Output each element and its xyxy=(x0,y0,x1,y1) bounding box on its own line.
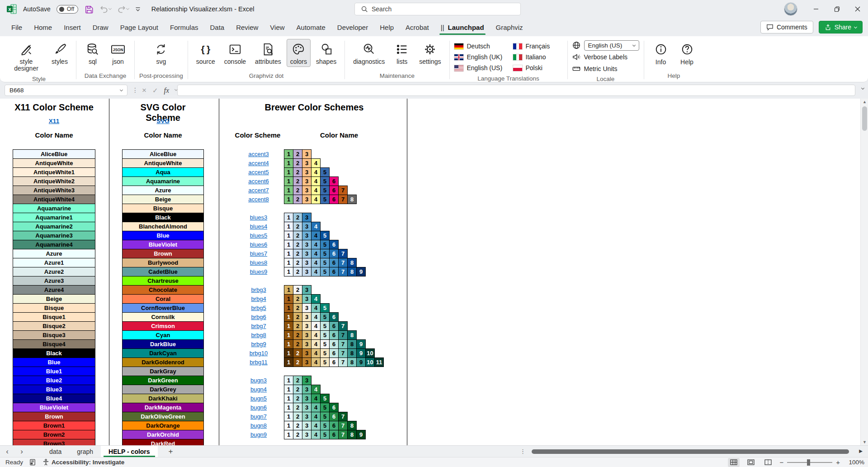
brewer-swatch-accent8-8[interactable]: 8 xyxy=(347,195,357,204)
brewer-swatch-bugn8-5[interactable]: 5 xyxy=(320,421,330,430)
brewer-swatch-blues4-2[interactable]: 2 xyxy=(293,222,302,231)
brewer-swatch-blues8-4[interactable]: 4 xyxy=(311,258,321,267)
ribbon-tab-insert[interactable]: Insert xyxy=(58,18,87,36)
color-cell-blanchedalmond[interactable]: BlanchedAlmond xyxy=(122,222,204,231)
brewer-swatch-blues4-3[interactable]: 3 xyxy=(302,222,311,231)
color-cell-blueviolet[interactable]: BlueViolet xyxy=(122,240,204,249)
color-cell-darkkhaki[interactable]: DarkKhaki xyxy=(122,394,204,403)
brewer-swatch-brbg6-4[interactable]: 4 xyxy=(311,312,321,322)
brewer-swatch-brbg9-6[interactable]: 6 xyxy=(329,339,339,349)
brewer-swatch-bugn5-4[interactable]: 4 xyxy=(311,394,321,403)
color-cell-darkred[interactable]: DarkRed xyxy=(122,439,204,445)
brewer-swatch-brbg8-4[interactable]: 4 xyxy=(311,330,321,340)
brewer-swatch-accent3-3[interactable]: 3 xyxy=(302,149,311,159)
brewer-swatch-brbg7-2[interactable]: 2 xyxy=(293,321,302,331)
redo-button[interactable] xyxy=(117,5,129,14)
ribbon-tab-acrobat[interactable]: Acrobat xyxy=(400,18,435,36)
brewer-swatch-accent8-1[interactable]: 1 xyxy=(284,195,293,204)
color-cell-azure3[interactable]: Azure3 xyxy=(13,276,95,286)
brewer-scheme-link-brbg7[interactable]: brbg7 xyxy=(235,323,282,329)
brewer-swatch-accent7-1[interactable]: 1 xyxy=(284,186,293,195)
language-button-english-us[interactable]: English (US) xyxy=(454,64,513,71)
brewer-swatch-brbg11-6[interactable]: 6 xyxy=(329,357,339,367)
brewer-swatch-brbg11-10[interactable]: 10 xyxy=(365,357,375,367)
brewer-swatch-brbg6-6[interactable]: 6 xyxy=(329,312,339,322)
language-button-fran-ais[interactable]: Français xyxy=(513,43,563,50)
language-button-english-uk[interactable]: English (UK) xyxy=(454,53,513,61)
brewer-swatch-accent6-6[interactable]: 6 xyxy=(329,176,339,186)
brewer-swatch-blues5-1[interactable]: 1 xyxy=(284,231,293,240)
color-cell-cadetblue[interactable]: CadetBlue xyxy=(122,267,204,276)
brewer-swatch-accent5-4[interactable]: 4 xyxy=(311,167,321,177)
brewer-swatch-bugn8-3[interactable]: 3 xyxy=(302,421,311,430)
cancel-icon[interactable]: × xyxy=(142,86,146,95)
brewer-swatch-brbg10-9[interactable]: 9 xyxy=(356,348,366,358)
brewer-swatch-brbg4-4[interactable]: 4 xyxy=(311,294,321,304)
brewer-swatch-bugn7-6[interactable]: 6 xyxy=(329,412,339,421)
normal-view-button[interactable] xyxy=(728,458,740,467)
color-cell-blue2[interactable]: Blue2 xyxy=(13,376,95,385)
brewer-swatch-bugn5-5[interactable]: 5 xyxy=(320,394,330,403)
brewer-scheme-link-accent4[interactable]: accent4 xyxy=(235,160,282,167)
diagnostics-button[interactable]: diagnostics xyxy=(349,39,388,67)
brewer-scheme-link-bugn5[interactable]: bugn5 xyxy=(235,395,282,402)
brewer-scheme-link-brbg5[interactable]: brbg5 xyxy=(235,305,282,311)
brewer-swatch-brbg11-8[interactable]: 8 xyxy=(347,357,357,367)
brewer-swatch-brbg10-1[interactable]: 1 xyxy=(284,348,293,358)
brewer-swatch-bugn3-2[interactable]: 2 xyxy=(293,376,302,385)
ribbon-tab-page-layout[interactable]: Page Layout xyxy=(114,18,164,36)
brewer-swatch-blues6-4[interactable]: 4 xyxy=(311,240,321,249)
undo-dropdown-icon[interactable] xyxy=(108,7,112,10)
brewer-swatch-brbg5-3[interactable]: 3 xyxy=(302,303,311,313)
brewer-swatch-brbg9-8[interactable]: 8 xyxy=(347,339,357,349)
brewer-scheme-link-blues4[interactable]: blues4 xyxy=(235,223,282,230)
brewer-swatch-brbg10-4[interactable]: 4 xyxy=(311,348,321,358)
verbose-labels-toggle[interactable]: Verbose Labels xyxy=(572,52,639,62)
brewer-scheme-link-blues9[interactable]: blues9 xyxy=(235,268,282,275)
brewer-swatch-brbg11-7[interactable]: 7 xyxy=(338,357,348,367)
color-cell-brown[interactable]: Brown xyxy=(122,249,204,258)
brewer-swatch-accent7-3[interactable]: 3 xyxy=(302,186,311,195)
language-button-polski[interactable]: Polski xyxy=(513,64,563,71)
settings-button[interactable]: settings xyxy=(415,39,444,67)
brewer-swatch-bugn5-2[interactable]: 2 xyxy=(293,394,302,403)
brewer-scheme-link-accent8[interactable]: accent8 xyxy=(235,196,282,203)
brewer-swatch-bugn8-7[interactable]: 7 xyxy=(338,421,348,430)
brewer-swatch-brbg7-5[interactable]: 5 xyxy=(320,321,330,331)
color-cell-darkgreen[interactable]: DarkGreen xyxy=(122,376,204,385)
brewer-swatch-blues5-4[interactable]: 4 xyxy=(311,231,321,240)
brewer-swatch-accent7-5[interactable]: 5 xyxy=(320,186,330,195)
brewer-swatch-accent8-7[interactable]: 7 xyxy=(338,195,348,204)
brewer-scheme-link-blues7[interactable]: blues7 xyxy=(235,250,282,257)
vertical-scroll-thumb[interactable] xyxy=(862,106,867,131)
brewer-swatch-blues3-2[interactable]: 2 xyxy=(293,213,302,222)
sheet-options-icon[interactable]: ⋮ xyxy=(520,448,526,455)
color-cell-beige[interactable]: Beige xyxy=(13,294,95,304)
brewer-swatch-bugn8-8[interactable]: 8 xyxy=(347,421,357,430)
brewer-scheme-link-bugn6[interactable]: bugn6 xyxy=(235,404,282,411)
color-cell-antiquewhite1[interactable]: AntiqueWhite1 xyxy=(13,167,95,177)
attributes-button[interactable]: attributes xyxy=(251,39,285,67)
brewer-swatch-accent7-4[interactable]: 4 xyxy=(311,186,321,195)
brewer-swatch-brbg10-3[interactable]: 3 xyxy=(302,348,311,358)
brewer-swatch-brbg9-3[interactable]: 3 xyxy=(302,339,311,349)
brewer-swatch-brbg3-3[interactable]: 3 xyxy=(302,285,311,295)
brewer-swatch-blues3-1[interactable]: 1 xyxy=(284,213,293,222)
brewer-swatch-bugn9-8[interactable]: 8 xyxy=(347,430,357,439)
brewer-swatch-blues8-2[interactable]: 2 xyxy=(293,258,302,267)
ribbon-tab-home[interactable]: Home xyxy=(28,18,58,36)
close-button[interactable] xyxy=(847,0,868,18)
color-cell-bisque3[interactable]: Bisque3 xyxy=(13,330,95,340)
brewer-scheme-link-brbg11[interactable]: brbg11 xyxy=(235,359,282,366)
brewer-scheme-link-bugn3[interactable]: bugn3 xyxy=(235,377,282,384)
brewer-scheme-link-accent7[interactable]: accent7 xyxy=(235,187,282,194)
brewer-swatch-bugn7-4[interactable]: 4 xyxy=(311,412,321,421)
brewer-scheme-link-accent3[interactable]: accent3 xyxy=(235,151,282,157)
brewer-swatch-brbg7-3[interactable]: 3 xyxy=(302,321,311,331)
enter-icon[interactable]: ✓ xyxy=(152,86,158,95)
brewer-scheme-link-brbg9[interactable]: brbg9 xyxy=(235,341,282,348)
color-cell-beige[interactable]: Beige xyxy=(122,195,204,204)
brewer-swatch-bugn7-1[interactable]: 1 xyxy=(284,412,293,421)
brewer-scheme-link-blues8[interactable]: blues8 xyxy=(235,259,282,266)
color-cell-darkorchid[interactable]: DarkOrchid xyxy=(122,430,204,439)
